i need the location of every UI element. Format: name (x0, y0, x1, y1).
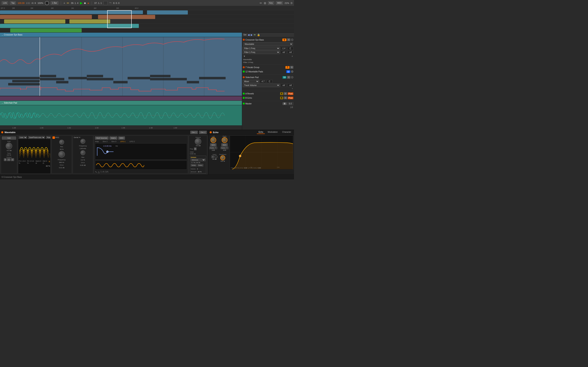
osc2-tab[interactable]: Osc 2 (199, 131, 207, 134)
loop-button[interactable]: 1 Bar (51, 1, 58, 5)
raw-dropdown[interactable]: Raw (46, 136, 51, 139)
crossover-dot[interactable] (291, 39, 293, 41)
play-button[interactable]: ▶ (80, 1, 82, 5)
wt-settings-icon[interactable]: ≡ (49, 160, 50, 164)
offset-col: Offset 0.0° (116, 174, 120, 175)
scissors-icon[interactable]: ✂ (67, 1, 69, 5)
square-icon[interactable]: ⊓ (103, 170, 104, 173)
wavetable-display[interactable]: User SawPhase.wav Raw (18, 135, 51, 174)
gain-knob[interactable] (6, 143, 12, 149)
oct-val1[interactable]: 0 (4, 158, 7, 161)
expand-row: ▼ + (243, 54, 293, 58)
wtpads-dot[interactable] (291, 70, 293, 73)
midi-btn[interactable]: MIDI (118, 136, 125, 140)
wavetable-title: Wavetable (4, 131, 16, 133)
add-automation-icon[interactable]: + (292, 87, 293, 90)
arrangement-overview: |37.2 |38 |39 |40 |41 |42 |43 43.2 (0, 6, 294, 33)
echo-tab-mod[interactable]: Modulation (266, 131, 279, 134)
filter1freq-dropdown[interactable]: Filter 1 Freq (243, 50, 280, 54)
sine-icon[interactable]: ∿ (95, 170, 97, 173)
mod-sources-btn[interactable]: Mod Sources (95, 136, 109, 140)
sawtooth-icon[interactable]: ⌇ (100, 170, 102, 173)
crossover-track-header[interactable]: ... Crossover Syn Bass (0, 33, 242, 37)
filter2-controls: Frequency 2.95 kHz Res 0.0 % Drive 0.00 … (74, 139, 92, 166)
mixer-dropdown[interactable]: Mixer (243, 80, 259, 83)
crossover-s-btn[interactable]: S (287, 38, 290, 41)
right-arrow-icon[interactable]: ▶ (251, 33, 252, 36)
sidechain-audio-area[interactable] (0, 105, 242, 125)
sawphase-dropdown[interactable]: SawPhase.wav (28, 136, 45, 139)
filter2-res-knob[interactable] (80, 150, 85, 155)
sync-left-btn[interactable]: Sync (210, 143, 217, 146)
master-led (243, 103, 245, 105)
rp-sidechain-row[interactable]: Sidechain Pad 13 S (243, 75, 293, 79)
oct-val2[interactable]: -1 (7, 158, 10, 161)
matrix-btn[interactable]: Matrix (109, 136, 117, 140)
user-dropdown[interactable]: User (18, 136, 27, 139)
filter-res-val: 0.03 (244, 167, 247, 169)
wavetable-dropdown[interactable]: Wavetable (243, 42, 293, 46)
rp-crossover-row[interactable]: Crossover Syn Bass 6 S (243, 38, 293, 42)
ruler-1-32: 1:32 (67, 127, 71, 129)
rp-wtpads-row[interactable]: 12 Wavetable Pads 12 (243, 69, 293, 74)
sidechain-dot[interactable] (291, 76, 293, 78)
echo-post: Post (288, 97, 293, 99)
crossover-clip-area[interactable] (0, 37, 242, 96)
pencil-set-icon[interactable]: ✏ (254, 33, 256, 36)
feedback-knob[interactable] (220, 155, 225, 160)
reverb-s-btn[interactable]: S (284, 92, 287, 95)
expand-up-icon[interactable]: + (292, 55, 293, 58)
offset-label: Offset (116, 174, 120, 175)
rp-master-section: Master 0 6.0 1/8 (242, 101, 294, 109)
key-button[interactable]: Key (268, 1, 274, 5)
poly-val[interactable]: 8 (194, 147, 197, 150)
expand-down-icon[interactable]: ▼ (243, 55, 246, 58)
input-col: Input D 14 dB (211, 154, 217, 162)
link-button[interactable]: Link (2, 1, 8, 5)
left-arrow-icon[interactable]: ◀ (248, 33, 250, 36)
echo-s-btn[interactable]: S (284, 96, 287, 99)
rp-vocals-row[interactable]: 7 Vocals Group 7 S (243, 65, 293, 69)
sync-right-btn[interactable]: Sync (221, 143, 228, 146)
d-btn[interactable]: D (211, 155, 214, 158)
sub-button[interactable]: Sub (2, 136, 16, 140)
sidechain-pad-header[interactable]: ... Sidechain Pad (0, 101, 242, 105)
lr-delay-col: Left Sync Notes ▼ 1/16 Right Sync (209, 135, 228, 170)
lock-icon[interactable]: 🔒 (257, 33, 260, 36)
filter1-res-knob[interactable] (59, 140, 64, 145)
transport-pos[interactable]: 37. 1. 1 (94, 2, 102, 4)
rp-tracks-section: Crossover Syn Bass 6 S Wavetable Filter … (242, 37, 294, 65)
filter1-freq-knob[interactable] (58, 151, 65, 158)
echo-panel: Echo Echo Modulation Character Left Sync… (208, 130, 294, 175)
time-display[interactable]: 8. 0. 0 (113, 2, 120, 4)
shimmer-dropdown[interactable]: Shimmer (191, 159, 205, 161)
volume-knob[interactable] (195, 138, 201, 145)
midi-button[interactable]: MIDI (276, 1, 283, 5)
filter1-dropdown[interactable]: Filter 1 Freq (243, 47, 280, 50)
add-icon[interactable]: + (63, 1, 65, 5)
fx1-label: FX 1 0.0 % (18, 160, 27, 164)
overview-clip-6 (69, 19, 110, 24)
tap-button[interactable]: Tap (10, 1, 16, 5)
bpm-display[interactable]: 100.00 (17, 2, 25, 4)
position-display[interactable]: 39. 1. 4 (71, 2, 78, 4)
oct-val3[interactable]: -2 (11, 158, 14, 161)
svg-point-33 (239, 155, 241, 157)
record-button[interactable]: ● (87, 1, 89, 5)
random-icon[interactable]: ⌇⊓ (105, 170, 108, 173)
notes-label1: Notes (191, 164, 197, 167)
sidechain-s-btn[interactable]: S (287, 76, 290, 79)
osc1-tab[interactable]: Osc 1 (190, 131, 198, 134)
time-sig[interactable]: 4 / 4 (32, 2, 36, 4)
track-volume-dropdown[interactable]: Track Volume (243, 83, 280, 87)
zoom-level[interactable]: 100% (38, 2, 43, 4)
overview-clip-8 (10, 28, 82, 33)
triangle-icon[interactable]: △ (98, 170, 100, 173)
right-delay-knob[interactable] (222, 137, 227, 143)
echo-tab-echo[interactable]: Echo (257, 131, 265, 134)
left-delay-knob[interactable] (210, 137, 216, 143)
filter2-freq-knob[interactable] (80, 139, 85, 144)
stop-button[interactable]: ■ (84, 1, 86, 5)
echo-tab-char[interactable]: Character (281, 131, 293, 134)
vocals-s-btn[interactable]: S (290, 66, 293, 69)
